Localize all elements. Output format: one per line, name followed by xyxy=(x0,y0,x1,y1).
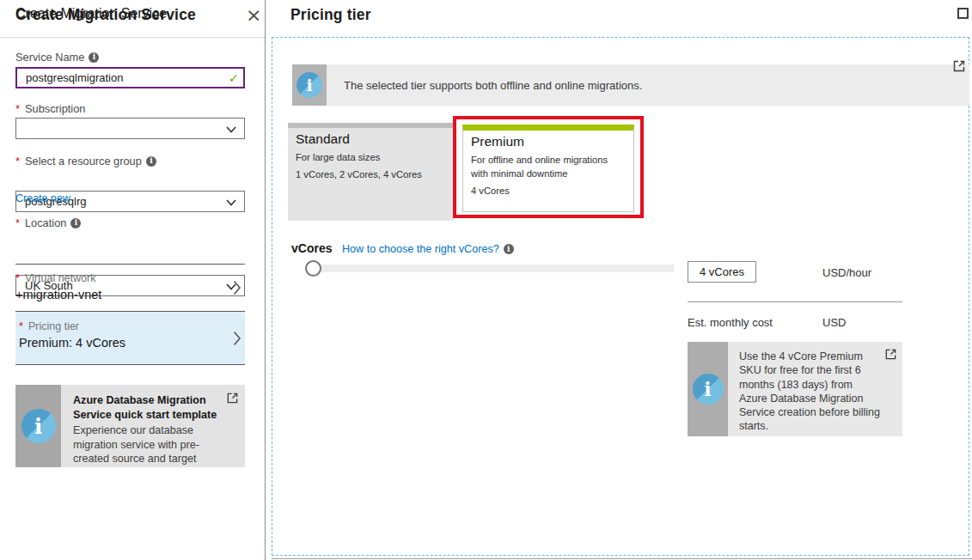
required-marker: * xyxy=(19,320,23,332)
close-icon[interactable]: × xyxy=(246,8,261,23)
info-icon[interactable]: i xyxy=(146,156,156,167)
info-icon[interactable]: i xyxy=(504,244,514,254)
blade-bottom-edge xyxy=(272,558,972,559)
info-strip: i xyxy=(688,342,728,436)
maximize-icon[interactable] xyxy=(957,8,969,19)
required-marker: * xyxy=(15,216,20,229)
vcores-value-box[interactable]: 4 vCores xyxy=(688,261,756,283)
pricing-tier-selector[interactable]: * Pricing tier Premium: 4 vCores xyxy=(15,312,245,364)
chevron-down-icon xyxy=(226,126,236,133)
chevron-down-icon xyxy=(226,199,236,206)
required-marker: * xyxy=(15,102,20,115)
quickstart-card-title: Azure Database Migration Service quick s… xyxy=(73,393,223,422)
virtual-network-label: Virtual network xyxy=(25,272,95,284)
rate-unit-label: USD/hour xyxy=(822,266,871,279)
right-blade-title: Pricing tier xyxy=(290,6,371,24)
required-marker: * xyxy=(15,271,20,284)
tier-name: Standard xyxy=(296,131,446,147)
azure-portal-screen: Create Migration Service Create Migratio… xyxy=(0,0,972,560)
tier-info-banner: i The selected tier supports both offlin… xyxy=(292,64,969,106)
info-icon[interactable]: i xyxy=(89,52,99,63)
required-marker: * xyxy=(15,155,20,167)
valid-check-icon: ✓ xyxy=(229,71,239,85)
pricing-tier-value: Premium: 4 vCores xyxy=(19,336,245,350)
info-icon[interactable]: i xyxy=(70,218,81,228)
tier-description: For large data sizes xyxy=(296,150,446,164)
tier-capacity: 4 vCores xyxy=(471,186,626,196)
tier-capacity: 1 vCores, 2 vCores, 4 vCores xyxy=(296,169,446,180)
vcores-slider-track[interactable] xyxy=(313,265,674,272)
subscription-label: * Subscription xyxy=(15,102,85,115)
tier-description: For offline and online migrations with m… xyxy=(471,153,626,180)
external-link-icon[interactable] xyxy=(952,59,966,73)
external-link-icon[interactable] xyxy=(884,348,897,361)
left-blade-title: Create Migration Service xyxy=(15,6,196,24)
tier-name: Premium xyxy=(471,134,626,149)
info-strip: i xyxy=(15,385,61,467)
vcores-slider-handle[interactable] xyxy=(305,260,321,277)
virtual-network-selector[interactable]: * Virtual network +migration-vnet xyxy=(15,265,245,310)
monthly-currency-label: USD xyxy=(822,316,846,329)
left-blade-divider xyxy=(0,37,265,38)
banner-text: The selected tier supports both offline … xyxy=(327,64,642,106)
subscription-select[interactable] xyxy=(15,118,245,139)
free-offer-card: i Use the 4 vCore Premium SKU for free f… xyxy=(688,342,902,436)
monthly-cost-label: Est. monthly cost xyxy=(688,316,773,329)
virtual-network-value: +migration-vnet xyxy=(15,288,245,301)
service-name-label: Service Name i xyxy=(15,51,99,64)
free-offer-text: Use the 4 vCore Premium SKU for free for… xyxy=(739,350,880,434)
resource-group-label: * Select a resource group i xyxy=(15,155,156,167)
tier-card-premium[interactable]: Premium For offline and online migration… xyxy=(462,125,634,212)
info-strip: i xyxy=(292,64,327,106)
separator xyxy=(688,301,902,302)
location-label: * Location i xyxy=(15,216,81,229)
quickstart-template-card[interactable]: i Azure Database Migration Service quick… xyxy=(15,385,245,467)
chevron-right-icon xyxy=(233,331,241,346)
create-new-link[interactable]: Create new xyxy=(15,192,70,204)
service-name-input[interactable] xyxy=(15,67,245,88)
pricing-tier-label: Pricing tier xyxy=(28,320,79,332)
chevron-right-icon xyxy=(233,280,241,295)
tier-card-standard[interactable]: Standard For large data sizes 1 vCores, … xyxy=(288,123,454,221)
vcores-label: vCores xyxy=(291,241,332,255)
info-icon: i xyxy=(693,374,724,405)
info-icon: i xyxy=(296,72,322,98)
vcores-help-link[interactable]: How to choose the right vCores? xyxy=(342,243,499,255)
blade-focus-outline xyxy=(272,37,969,556)
separator xyxy=(15,364,245,365)
external-link-icon[interactable] xyxy=(226,392,239,405)
blade-divider xyxy=(265,0,266,560)
quickstart-card-body: Experience our database migration servic… xyxy=(73,423,223,466)
info-icon: i xyxy=(21,409,56,443)
